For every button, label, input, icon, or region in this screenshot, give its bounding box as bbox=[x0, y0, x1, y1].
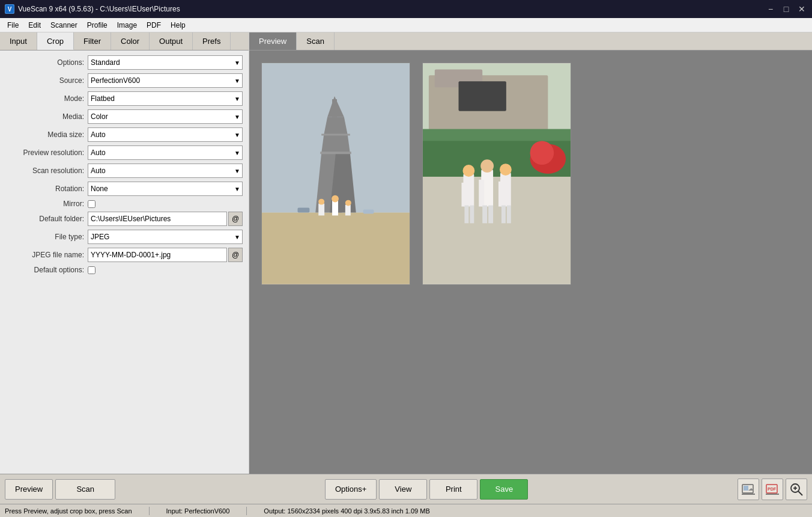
preview-res-row: Preview resolution: Auto ▼ bbox=[2, 145, 246, 160]
mode-label: Mode: bbox=[6, 94, 84, 103]
scan-image-wrap-1[interactable] bbox=[261, 63, 410, 462]
svg-point-36 bbox=[480, 159, 494, 173]
left-tab-bar: Input Crop Filter Color Output Prefs bbox=[0, 32, 249, 50]
scan-res-row: Scan resolution: Auto ▼ bbox=[2, 164, 246, 178]
status-divider-2 bbox=[246, 507, 247, 515]
mode-select[interactable]: Flatbed bbox=[88, 91, 243, 106]
menu-help[interactable]: Help bbox=[166, 20, 190, 31]
tab-prefs[interactable]: Prefs bbox=[193, 32, 231, 50]
zoom-in-button[interactable] bbox=[786, 479, 807, 500]
svg-rect-40 bbox=[498, 182, 503, 207]
preview-tab-bar: Preview Scan bbox=[249, 32, 812, 50]
jpeg-name-select-wrap: YYYY-MM-DD-0001+.jpg bbox=[88, 248, 227, 262]
print-button[interactable]: Print bbox=[429, 479, 477, 500]
mode-row: Mode: Flatbed ▼ bbox=[2, 91, 246, 106]
status-right: Output: 1560x2334 pixels 400 dpi 3.9x5.8… bbox=[264, 507, 429, 515]
mirror-checkbox[interactable] bbox=[88, 200, 95, 208]
tab-scan[interactable]: Scan bbox=[297, 32, 335, 50]
rotation-label: Rotation: bbox=[6, 185, 84, 193]
scan-pdf-icon: PDF bbox=[766, 483, 779, 495]
menu-profile[interactable]: Profile bbox=[82, 20, 112, 31]
menu-pdf[interactable]: PDF bbox=[142, 20, 166, 31]
default-options-label: Default options: bbox=[6, 266, 84, 274]
svg-rect-16 bbox=[332, 201, 338, 216]
scan-res-label: Scan resolution: bbox=[6, 167, 84, 175]
default-folder-input-wrap: C:\Users\IEUser\Pictures @ bbox=[88, 212, 243, 226]
file-type-select[interactable]: JPEG bbox=[88, 230, 243, 244]
options-row: Options: Standard ▼ bbox=[2, 55, 246, 70]
media-row: Media: Color ▼ bbox=[2, 109, 246, 124]
maximize-button[interactable]: □ bbox=[781, 4, 792, 14]
svg-point-33 bbox=[462, 165, 474, 177]
svg-rect-37 bbox=[479, 180, 484, 207]
svg-rect-48 bbox=[744, 486, 748, 491]
menu-edit[interactable]: Edit bbox=[23, 20, 46, 31]
jpeg-name-select[interactable]: YYYY-MM-DD-0001+.jpg bbox=[88, 248, 227, 262]
media-label: Media: bbox=[6, 112, 84, 121]
scan-image-children[interactable] bbox=[422, 63, 571, 285]
svg-rect-4 bbox=[262, 212, 410, 284]
menu-file[interactable]: File bbox=[2, 20, 23, 31]
zoom-in-icon bbox=[790, 483, 803, 496]
scan-button[interactable]: Scan bbox=[55, 479, 115, 500]
scan-img-icon bbox=[742, 483, 755, 495]
jpeg-name-label: JPEG file name: bbox=[6, 251, 84, 259]
scan-image-icon-button[interactable] bbox=[738, 479, 759, 500]
svg-rect-18 bbox=[345, 205, 351, 216]
options-select[interactable]: Standard bbox=[88, 55, 243, 70]
close-button[interactable]: ✕ bbox=[796, 4, 807, 14]
tab-preview[interactable]: Preview bbox=[249, 32, 297, 50]
menu-scanner[interactable]: Scanner bbox=[46, 20, 82, 31]
jpeg-name-input-wrap: YYYY-MM-DD-0001+.jpg @ bbox=[88, 248, 243, 262]
scan-image-eiffel[interactable] bbox=[261, 63, 410, 285]
preview-res-select[interactable]: Auto bbox=[88, 145, 243, 160]
media-select[interactable]: Color bbox=[88, 109, 243, 124]
svg-rect-29 bbox=[423, 177, 571, 284]
rotation-select[interactable]: None bbox=[88, 182, 243, 196]
source-select-wrap: PerfectionV600 ▼ bbox=[88, 73, 243, 88]
svg-rect-43 bbox=[482, 206, 487, 224]
svg-rect-14 bbox=[318, 204, 324, 216]
tab-input[interactable]: Input bbox=[0, 32, 37, 50]
menu-image[interactable]: Image bbox=[112, 20, 142, 31]
source-select[interactable]: PerfectionV600 bbox=[88, 73, 243, 88]
tab-filter[interactable]: Filter bbox=[74, 32, 111, 50]
right-panel: Preview Scan bbox=[249, 32, 812, 474]
file-type-select-wrap: JPEG ▼ bbox=[88, 230, 243, 244]
left-panel: Input Crop Filter Color Output Prefs Opt… bbox=[0, 32, 249, 474]
view-button[interactable]: View bbox=[379, 479, 427, 500]
save-button[interactable]: Save bbox=[480, 479, 528, 500]
svg-point-17 bbox=[332, 195, 339, 203]
svg-point-39 bbox=[500, 164, 512, 176]
folder-at-button[interactable]: @ bbox=[228, 212, 243, 226]
svg-rect-20 bbox=[298, 208, 310, 213]
minimize-button[interactable]: − bbox=[765, 4, 776, 14]
scan-image-wrap-2[interactable] bbox=[422, 63, 571, 462]
default-options-row: Default options: bbox=[2, 266, 246, 274]
jpeg-name-at-button[interactable]: @ bbox=[228, 248, 243, 262]
media-size-select[interactable]: Auto bbox=[88, 127, 243, 142]
preview-button[interactable]: Preview bbox=[5, 479, 53, 500]
options-label: Options: bbox=[6, 58, 84, 67]
app-title: VueScan 9 x64 (9.5.63) - C:\Users\IEUser… bbox=[18, 5, 180, 13]
scan-res-select[interactable]: Auto bbox=[88, 164, 243, 178]
scan-pdf-icon-button[interactable]: PDF bbox=[762, 479, 783, 500]
tab-output[interactable]: Output bbox=[150, 32, 193, 50]
default-options-checkbox[interactable] bbox=[88, 266, 95, 274]
tab-color[interactable]: Color bbox=[111, 32, 150, 50]
rotation-select-wrap: None ▼ bbox=[88, 182, 243, 196]
svg-rect-34 bbox=[461, 183, 466, 207]
mirror-label: Mirror: bbox=[6, 200, 84, 208]
svg-rect-21 bbox=[363, 210, 374, 214]
scan-res-select-wrap: Auto ▼ bbox=[88, 164, 243, 178]
children-svg bbox=[423, 63, 571, 284]
default-folder-select[interactable]: C:\Users\IEUser\Pictures bbox=[88, 212, 227, 226]
tab-crop[interactable]: Crop bbox=[37, 32, 74, 50]
mode-select-wrap: Flatbed ▼ bbox=[88, 91, 243, 106]
svg-rect-13 bbox=[321, 134, 350, 136]
options-button[interactable]: Options+ bbox=[325, 479, 377, 500]
svg-point-15 bbox=[318, 199, 324, 205]
options-select-wrap: Standard ▼ bbox=[88, 55, 243, 70]
svg-rect-12 bbox=[320, 151, 351, 154]
svg-marker-9 bbox=[324, 117, 348, 135]
